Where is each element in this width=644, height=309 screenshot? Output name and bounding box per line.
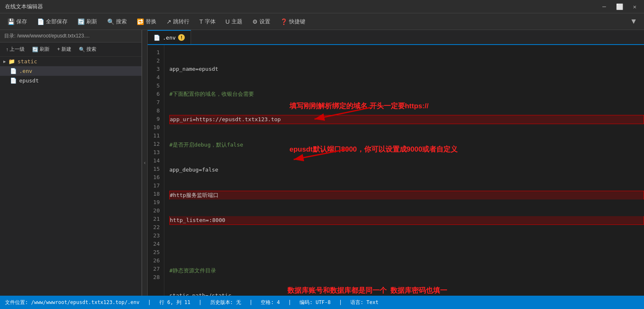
new-file-button[interactable]: + 新建 [55, 45, 74, 54]
status-sep-4: | [288, 299, 291, 305]
line-num-27: 27 [148, 265, 164, 273]
editor-area: 📄 .env ! 1 2 3 4 5 6 7 8 9 10 11 12 13 1… [148, 30, 644, 296]
collapse-icon: ‹ [143, 160, 146, 166]
code-line-8 [169, 242, 644, 250]
code-content[interactable]: app_name=epusdt #下面配置你的域名，收银台会需要 app_uri… [164, 45, 644, 296]
folder-icon: 📁 [8, 58, 15, 65]
line-num-18: 18 [148, 190, 164, 198]
font-button[interactable]: T 字体 [195, 16, 220, 27]
sidebar-toggle[interactable]: ‹ [142, 30, 148, 296]
folder-name: static [18, 58, 37, 65]
settings-button[interactable]: ⚙ 设置 [248, 16, 274, 27]
chevron-right-icon: ▶ [3, 59, 6, 64]
line-num-20: 20 [148, 207, 164, 215]
line-num-26: 26 [148, 257, 164, 265]
save-button[interactable]: 💾 保存 [3, 16, 31, 27]
status-bar: 文件位置: /www/wwwroot/epusdt.txtx123.top/.e… [0, 296, 644, 309]
code-line-4: #是否开启debug，默认false [169, 141, 644, 149]
code-container[interactable]: 1 2 3 4 5 6 7 8 9 10 11 12 13 14 15 16 1… [148, 45, 644, 296]
status-encoding: 编码: UTF-8 [299, 299, 331, 306]
file-tree: ▶ 📁 static 📄 .env 📄 epusdt [0, 57, 141, 296]
code-line-6: #http服务监听端口 [169, 191, 644, 199]
goto-button[interactable]: ↗ 跳转行 [162, 16, 194, 27]
line-numbers: 1 2 3 4 5 6 7 8 9 10 11 12 13 14 15 16 1… [148, 45, 164, 296]
sidebar-search-icon: 🔍 [79, 47, 85, 52]
status-position: 行 6, 列 11 [159, 299, 191, 306]
file-icon-env: 📄 [10, 68, 17, 74]
line-num-5: 5 [148, 82, 164, 90]
tab-env[interactable]: 📄 .env ! [148, 30, 191, 44]
sidebar-search-button[interactable]: 🔍 搜索 [76, 45, 99, 54]
line-num-4: 4 [148, 73, 164, 82]
code-line-3: app_uri=https://epusdt.txtx123.top [169, 115, 644, 124]
toolbar: 💾 保存 📄 全部保存 🔄 刷新 🔍 搜索 🔁 替换 ↗ 跳转行 T 字体 U … [0, 13, 644, 30]
sidebar-actions: ↑ 上一级 🔄 刷新 + 新建 🔍 搜索 [0, 42, 141, 57]
tree-item-env[interactable]: 📄 .env [0, 66, 141, 76]
line-num-15: 15 [148, 165, 164, 173]
line-num-19: 19 [148, 198, 164, 207]
code-line-2: #下面配置你的域名，收银台会需要 [169, 90, 644, 98]
save-all-button[interactable]: 📄 全部保存 [33, 16, 72, 27]
refresh-icon: 🔄 [78, 18, 85, 25]
tab-label: .env [163, 35, 176, 41]
refresh-button[interactable]: 🔄 刷新 [73, 16, 101, 27]
line-num-7: 7 [148, 98, 164, 107]
code-line-9: #静态资源文件目录 [169, 267, 644, 275]
line-num-10: 10 [148, 123, 164, 132]
theme-button[interactable]: U 主题 [221, 16, 247, 27]
up-icon: ↑ [6, 47, 8, 52]
file-name-epusdt: epusdt [19, 77, 39, 84]
title-bar-controls: ─ ⬜ ✕ [600, 2, 639, 11]
search-icon: 🔍 [107, 18, 114, 25]
replace-icon: 🔁 [137, 18, 144, 25]
tree-item-epusdt[interactable]: 📄 epusdt [0, 76, 141, 85]
line-num-21: 21 [148, 215, 164, 223]
line-num-1: 1 [148, 48, 164, 57]
status-history: 历史版本: 无 [210, 299, 241, 306]
settings-icon: ⚙ [252, 18, 258, 25]
minimize-button[interactable]: ─ [600, 2, 608, 11]
line-num-14: 14 [148, 157, 164, 165]
tab-warning-badge: ! [178, 34, 185, 41]
code-line-5: app_debug=false [169, 166, 644, 174]
title-bar: 在线文本编辑器 ─ ⬜ ✕ [0, 0, 644, 13]
status-sep-1: | [148, 299, 151, 305]
file-icon-epusdt: 📄 [10, 77, 17, 84]
line-num-13: 13 [148, 148, 164, 157]
font-icon: T [199, 18, 203, 25]
line-num-2: 2 [148, 57, 164, 65]
sidebar-refresh-icon: 🔄 [32, 47, 38, 52]
status-sep-5: | [339, 299, 342, 305]
file-name-env: .env [19, 68, 32, 74]
sidebar-refresh-button[interactable]: 🔄 刷新 [30, 45, 52, 54]
line-num-8: 8 [148, 107, 164, 115]
up-button[interactable]: ↑ 上一级 [3, 45, 27, 54]
line-num-16: 16 [148, 173, 164, 182]
search-button[interactable]: 🔍 搜索 [103, 16, 131, 27]
status-file-path: 文件位置: /www/wwwroot/epusdt.txtx123.top/.e… [5, 299, 140, 306]
replace-button[interactable]: 🔁 替换 [133, 16, 161, 27]
line-num-11: 11 [148, 132, 164, 140]
goto-icon: ↗ [166, 18, 171, 25]
save-all-icon: 📄 [37, 18, 44, 25]
line-num-12: 12 [148, 140, 164, 148]
line-num-3: 3 [148, 65, 164, 73]
main-layout: 目录: /www/wwwroot/epusdt.txtx123.... ↑ 上一… [0, 30, 644, 296]
line-num-9: 9 [148, 115, 164, 123]
status-sep-3: | [249, 299, 252, 305]
code-line-1: app_name=epusdt [169, 65, 644, 73]
tree-item-static[interactable]: ▶ 📁 static [0, 57, 141, 66]
toolbar-expand-button[interactable]: ▼ [626, 17, 641, 26]
close-button[interactable]: ✕ [631, 2, 639, 11]
shortcuts-button[interactable]: ❓ 快捷键 [276, 16, 309, 27]
shortcuts-icon: ❓ [280, 18, 287, 25]
line-num-28: 28 [148, 273, 164, 282]
sidebar: 目录: /www/wwwroot/epusdt.txtx123.... ↑ 上一… [0, 30, 142, 296]
save-icon: 💾 [8, 18, 15, 25]
status-sep-2: | [199, 299, 201, 305]
theme-icon: U [226, 18, 230, 25]
sidebar-path: 目录: /www/wwwroot/epusdt.txtx123.... [0, 30, 141, 42]
maximize-button[interactable]: ⬜ [614, 2, 626, 11]
line-num-22: 22 [148, 223, 164, 232]
status-spaces: 空格: 4 [261, 299, 280, 306]
